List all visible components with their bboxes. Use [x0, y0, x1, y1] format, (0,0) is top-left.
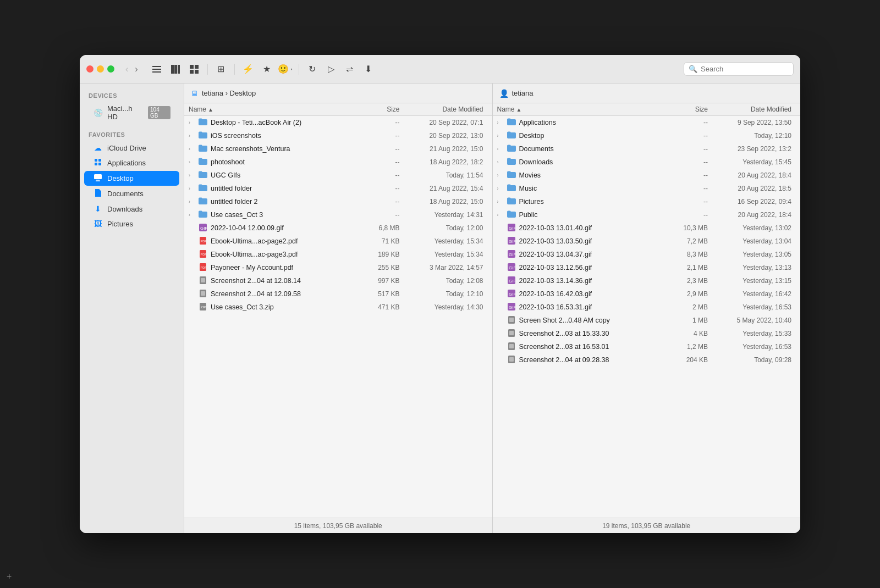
file-name: Screenshot 2...03 at 15.33.30: [519, 330, 609, 337]
file-row[interactable]: › Desktop - Teti...acBook Air (2) -- 20 …: [184, 116, 492, 129]
search-box[interactable]: 🔍: [684, 62, 794, 76]
file-row[interactable]: ZIP Use cases_Oct 3.zip 471 KB Yesterday…: [184, 301, 492, 314]
download-arrow-icon[interactable]: ⬇: [361, 62, 376, 77]
file-name: iOS screenshots: [211, 132, 261, 140]
file-row[interactable]: GIF 2022-10-03 16.42.03.gif 2,9 MB Yeste…: [493, 287, 801, 301]
file-row[interactable]: › Applications -- 9 Sep 2022, 13:50: [493, 116, 801, 129]
file-row[interactable]: PDF Payoneer - My Account.pdf 255 KB 3 M…: [184, 261, 492, 274]
file-row[interactable]: › UGC GIfs -- Today, 11:54: [184, 169, 492, 182]
svg-rect-46: [509, 318, 514, 322]
file-row[interactable]: › Public -- 20 Aug 2022, 18:4: [493, 208, 801, 221]
expand-arrow-icon: ›: [189, 199, 195, 204]
sync-icon[interactable]: ↻: [305, 62, 320, 77]
sidebar-item-desktop[interactable]: Desktop: [84, 171, 179, 186]
grid-view-icon[interactable]: [186, 62, 202, 77]
file-type-icon: [507, 342, 516, 352]
svg-rect-13: [98, 163, 101, 165]
column-view-icon[interactable]: [168, 62, 183, 77]
file-row[interactable]: › photoshoot -- 18 Aug 2022, 18:2: [184, 156, 492, 169]
left-col-size[interactable]: Size: [356, 106, 400, 113]
back-button[interactable]: ‹: [123, 63, 130, 75]
search-input[interactable]: [701, 65, 778, 73]
file-row[interactable]: › untitled folder -- 21 Aug 2022, 15:4: [184, 182, 492, 195]
file-date: Today, 12:00: [400, 224, 488, 232]
tag-icon[interactable]: ★: [259, 62, 274, 77]
file-row[interactable]: › Music -- 20 Aug 2022, 18:5: [493, 182, 801, 195]
fullscreen-button[interactable]: [107, 65, 114, 73]
file-row[interactable]: › Desktop -- Today, 12:10: [493, 129, 801, 142]
file-size: --: [356, 198, 400, 206]
file-row[interactable]: › Documents -- 23 Sep 2022, 13:2: [493, 142, 801, 156]
file-name: 2022-10-03 13.01.40.gif: [519, 224, 592, 232]
file-date: Yesterday, 16:42: [708, 290, 796, 298]
file-row[interactable]: PDF Ebook-Ultima...ac-page2.pdf 71 KB Ye…: [184, 235, 492, 248]
file-size: 2 MB: [664, 303, 708, 311]
file-size: 517 KB: [356, 290, 400, 298]
left-panel-path: tetiana › Desktop: [202, 89, 256, 97]
right-col-size[interactable]: Size: [664, 106, 708, 113]
quick-actions-icon[interactable]: ⚡: [240, 62, 256, 77]
right-col-date[interactable]: Date Modified: [708, 106, 796, 113]
file-size: 8,3 MB: [664, 251, 708, 258]
file-row[interactable]: GIF 2022-10-03 13.04.37.gif 8,3 MB Yeste…: [493, 248, 801, 261]
forward-button[interactable]: ›: [133, 63, 140, 75]
file-row[interactable]: Screenshot 2...03 at 16.53.01 1,2 MB Yes…: [493, 340, 801, 353]
file-row[interactable]: › untitled folder 2 -- 18 Aug 2022, 15:0: [184, 195, 492, 208]
sidebar-item-icloud[interactable]: ☁ iCloud Drive: [84, 141, 179, 155]
file-row[interactable]: GIF 2022-10-04 12.00.09.gif 6,8 MB Today…: [184, 221, 492, 235]
left-status-text: 15 items, 103,95 GB available: [294, 522, 382, 530]
file-type-icon: [198, 118, 208, 127]
titlebar: ‹ › ⊞ ⚡ ★: [80, 55, 800, 84]
file-row[interactable]: Screenshot 2...04 at 12.08.14 997 KB Tod…: [184, 274, 492, 287]
close-button[interactable]: [86, 65, 94, 73]
file-row[interactable]: › iOS screenshots -- 20 Sep 2022, 13:0: [184, 129, 492, 142]
minimize-button[interactable]: [97, 65, 104, 73]
right-col-headers: Name ▲ Size Date Modified: [493, 103, 801, 116]
sidebar-item-documents[interactable]: Documents: [84, 186, 179, 201]
file-row[interactable]: GIF 2022-10-03 16.53.31.gif 2 MB Yesterd…: [493, 301, 801, 314]
file-type-icon: PDF: [198, 237, 208, 246]
gallery-view-icon[interactable]: ⊞: [213, 62, 229, 77]
left-col-date[interactable]: Date Modified: [400, 106, 488, 113]
left-col-headers: Name ▲ Size Date Modified: [184, 103, 492, 116]
file-row[interactable]: › Movies -- 20 Aug 2022, 18:4: [493, 169, 801, 182]
left-col-name[interactable]: Name ▲: [189, 106, 356, 113]
sidebar-documents-label: Documents: [107, 190, 144, 198]
file-row[interactable]: GIF 2022-10-03 13.01.40.gif 10,3 MB Yest…: [493, 221, 801, 235]
sidebar-item-downloads[interactable]: ⬇ Downloads: [84, 202, 179, 216]
file-row[interactable]: PDF Ebook-Ultima...ac-page3.pdf 189 KB Y…: [184, 248, 492, 261]
file-name: Music: [519, 185, 537, 192]
file-row[interactable]: Screenshot 2...04 at 12.09.58 517 KB Tod…: [184, 287, 492, 301]
file-name: Desktop: [519, 132, 544, 140]
file-row[interactable]: › Mac screenshots_Ventura -- 21 Aug 2022…: [184, 142, 492, 156]
file-row[interactable]: Screenshot 2...03 at 15.33.30 4 KB Yeste…: [493, 327, 801, 340]
share-icon[interactable]: 🙂: [278, 62, 293, 77]
sidebar-item-pictures[interactable]: 🖼 Pictures: [84, 217, 179, 231]
file-size: 1 MB: [664, 317, 708, 324]
transform-icon[interactable]: ⇌: [342, 62, 358, 77]
file-row[interactable]: GIF 2022-10-03 13.03.50.gif 7,2 MB Yeste…: [493, 235, 801, 248]
svg-rect-26: [201, 278, 205, 282]
file-row[interactable]: › Pictures -- 16 Sep 2022, 09:4: [493, 195, 801, 208]
list-view-icon[interactable]: [149, 62, 164, 77]
documents-icon: [93, 189, 103, 198]
svg-text:GIF: GIF: [509, 226, 515, 231]
file-row[interactable]: Screen Shot 2...0.48 AM copy 1 MB 5 May …: [493, 314, 801, 327]
file-row[interactable]: › Use cases_Oct 3 -- Yesterday, 14:31: [184, 208, 492, 221]
file-name: 2022-10-03 13.04.37.gif: [519, 251, 592, 258]
right-col-name[interactable]: Name ▲: [497, 106, 664, 113]
expand-arrow-icon: ›: [497, 173, 504, 178]
search-icon: 🔍: [689, 65, 697, 73]
file-row[interactable]: GIF 2022-10-03 13.14.36.gif 2,3 MB Yeste…: [493, 274, 801, 287]
file-type-icon: [198, 145, 208, 153]
file-row[interactable]: GIF 2022-10-03 13.12.56.gif 2,1 MB Yeste…: [493, 261, 801, 274]
traffic-lights: [86, 65, 114, 73]
file-size: 204 KB: [664, 356, 708, 364]
terminal-icon[interactable]: ▷: [323, 62, 339, 77]
file-row[interactable]: › Downloads -- Yesterday, 15:45: [493, 156, 801, 169]
expand-arrow-icon: ›: [497, 133, 504, 138]
sidebar-item-macintosh-hd[interactable]: 💿 Maci...h HD 104 GB: [84, 102, 179, 124]
file-type-icon: [507, 145, 516, 153]
file-row[interactable]: Screenshot 2...04 at 09.28.38 204 KB Tod…: [493, 353, 801, 367]
sidebar-item-applications[interactable]: Applications: [84, 156, 179, 170]
